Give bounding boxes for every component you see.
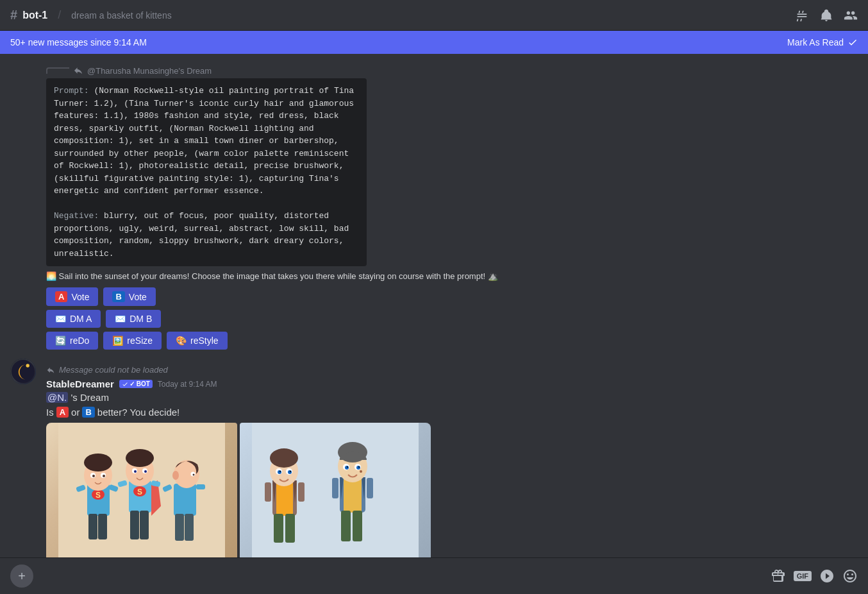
message-group-stabledreamer: Message could not be loaded StableDreame… — [0, 357, 868, 557]
person-slash-icon[interactable] — [844, 8, 858, 22]
dream-owner-text: @N. 's Dream — [46, 392, 858, 403]
vote-buttons-row: A Vote B Vote — [46, 287, 858, 306]
svg-rect-29 — [174, 484, 196, 516]
prompt-box: Prompt: (Norman Rockwell-style oil paint… — [46, 78, 367, 266]
svg-rect-56 — [344, 477, 362, 513]
notification-banner: 50+ new messages since 9:14 AM Mark As R… — [0, 31, 868, 54]
svg-point-49 — [278, 470, 281, 474]
svg-rect-60 — [353, 511, 362, 541]
footer-action-icons: GIF — [771, 568, 858, 584]
reply-line — [46, 67, 69, 74]
plus-icon: + — [18, 569, 26, 584]
vote-b-label: Vote — [129, 292, 147, 302]
negative-text: blurry, out of focus, poor quality, dist… — [54, 211, 349, 259]
image-panel-b — [240, 423, 431, 557]
vote-a-label: Vote — [71, 292, 89, 302]
negative-label: Negative: — [54, 211, 99, 221]
svg-rect-54 — [298, 482, 305, 502]
svg-point-69 — [360, 470, 362, 473]
svg-rect-30 — [175, 514, 184, 541]
sticker-icon[interactable] — [819, 568, 835, 584]
notification-text: 50+ new messages since 9:14 AM — [10, 37, 147, 47]
resize-icon: 🖼️ — [112, 335, 123, 346]
bot-badge: ✓ BOT — [119, 380, 153, 388]
svg-rect-37 — [196, 484, 205, 489]
avatar-image — [10, 359, 36, 384]
dream-label: 's Dream — [71, 392, 109, 403]
svg-rect-70 — [332, 478, 338, 498]
restyle-button[interactable]: 🎨 reStyle — [167, 332, 228, 350]
resize-button[interactable]: 🖼️ reSize — [103, 332, 162, 350]
reply-to-text: @Tharusha Munasinghe's Dream — [87, 66, 212, 76]
user-mention: @N. — [46, 392, 68, 403]
avatar — [10, 359, 36, 384]
cartoon-boys-left: S — [46, 423, 237, 557]
svg-rect-31 — [185, 514, 194, 541]
svg-rect-20 — [140, 511, 149, 539]
avatar-svg — [12, 360, 35, 383]
prompt-text: (Norman Rockwell-style oil painting port… — [54, 86, 354, 196]
dm-a-button[interactable]: ✉️ DM A — [46, 310, 101, 328]
channel-name: bot-1 — [22, 10, 47, 21]
svg-point-46 — [270, 448, 298, 468]
gift-icon[interactable] — [771, 568, 786, 584]
add-attachment-button[interactable]: + — [10, 564, 33, 588]
svg-text:S: S — [96, 491, 101, 500]
bell-icon[interactable] — [819, 8, 833, 22]
cannot-load-text: Message could not be loaded — [59, 365, 168, 375]
svg-rect-19 — [130, 511, 139, 539]
svg-point-9 — [84, 454, 112, 471]
comparison-question: Is A or B better? You decide! — [46, 407, 858, 418]
redo-button[interactable]: 🔄 reDo — [46, 332, 98, 350]
svg-point-65 — [345, 466, 349, 470]
svg-rect-53 — [265, 482, 271, 502]
envelope-a-icon: ✉️ — [55, 314, 66, 324]
svg-point-13 — [103, 475, 105, 477]
message-input-area: + GIF — [0, 557, 868, 594]
bot-username: StableDreamer — [46, 378, 114, 389]
image-panel-a: S — [46, 423, 237, 557]
dm-b-label: DM B — [129, 314, 152, 324]
svg-point-0 — [12, 360, 35, 383]
svg-point-26 — [144, 470, 147, 473]
svg-rect-7 — [98, 514, 107, 539]
emoji-icon[interactable] — [842, 568, 858, 584]
svg-point-51 — [280, 471, 281, 472]
vote-b-button[interactable]: B Vote — [103, 287, 155, 306]
svg-point-1 — [26, 364, 29, 367]
mark-as-read-button[interactable]: Mark As Read — [787, 37, 858, 47]
dm-buttons-row: ✉️ DM A ✉️ DM B — [46, 310, 858, 328]
svg-point-22 — [126, 449, 154, 467]
gif-button[interactable]: GIF — [794, 571, 812, 581]
restyle-icon: 🎨 — [176, 335, 187, 346]
dm-b-button[interactable]: ✉️ DM B — [106, 310, 161, 328]
comparison-badge-b: B — [82, 407, 94, 418]
reply-icon — [73, 65, 83, 76]
message-timestamp: Today at 9:14 AM — [158, 380, 217, 389]
vote-a-button[interactable]: A Vote — [46, 287, 98, 306]
svg-point-50 — [288, 470, 292, 474]
svg-rect-59 — [341, 511, 351, 541]
action-buttons-row: 🔄 reDo 🖼️ reSize 🎨 reStyle — [46, 332, 858, 350]
svg-rect-43 — [274, 514, 283, 543]
checkmark-icon — [122, 381, 128, 387]
hashtag-icon[interactable] — [795, 8, 809, 22]
channel-header: # bot-1 / dream a basket of kittens — [0, 0, 868, 31]
comparison-badge-a: A — [56, 407, 69, 418]
prompt-label: Prompt: — [54, 86, 89, 96]
sail-text: 🌅 Sail into the sunset of your dreams! C… — [46, 271, 858, 281]
svg-point-67 — [347, 466, 348, 468]
better-text: better? You decide! — [97, 407, 179, 418]
redo-icon: 🔄 — [55, 335, 66, 346]
envelope-b-icon: ✉️ — [115, 314, 126, 324]
header-divider: / — [58, 8, 61, 22]
hash-icon: # — [10, 8, 17, 22]
channel-topic: dream a basket of kittens — [71, 10, 171, 21]
svg-rect-71 — [367, 478, 373, 498]
chat-area: @Tharusha Munasinghe's Dream Prompt: (No… — [0, 54, 868, 557]
cartoon-boys-right — [240, 423, 431, 557]
svg-point-12 — [92, 475, 95, 477]
svg-point-34 — [193, 474, 195, 476]
dm-a-label: DM A — [70, 314, 92, 324]
is-text: Is — [46, 407, 54, 418]
